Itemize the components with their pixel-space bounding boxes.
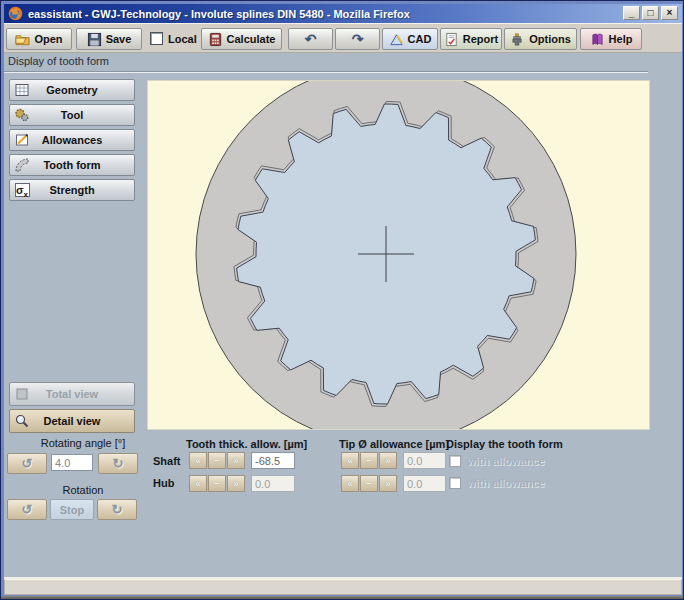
rotate-ccw-icon: ↺ — [22, 457, 33, 470]
sidebar-label-geometry: Geometry — [46, 84, 97, 96]
tt-shaft-increase-button[interactable]: » — [227, 452, 245, 469]
options-label: Options — [529, 33, 571, 45]
undo-icon: ↶ — [305, 32, 317, 46]
rotate-ccw-step-button[interactable]: ↺ — [7, 453, 47, 474]
save-button[interactable]: Save — [76, 28, 142, 50]
main-panel: Display of tooth form Geometry Tool — [4, 53, 682, 577]
gear-sector-icon — [14, 157, 30, 173]
rotating-angle-label: Rotating angle [°] — [7, 437, 159, 449]
rotating-angle-input[interactable] — [51, 454, 93, 471]
with-allowance-checkbox-shaft[interactable]: with allowance — [449, 455, 545, 467]
sigma-icon: σx — [14, 182, 30, 198]
rotate-cw-run-icon: ↻ — [112, 503, 123, 516]
options-button[interactable]: Options — [504, 28, 577, 50]
close-button[interactable]: × — [661, 6, 678, 20]
tip-allowance-header: Tip Ø allowance [µm] — [339, 438, 449, 450]
firefox-icon — [8, 6, 23, 21]
save-label: Save — [106, 33, 132, 45]
tooth-form-canvas[interactable] — [147, 80, 650, 430]
rotate-cw-run-button[interactable]: ↻ — [97, 499, 137, 520]
gears-icon — [14, 107, 30, 123]
tip-shaft-reset-button[interactable]: − — [360, 452, 378, 469]
help-button[interactable]: Help — [580, 28, 642, 50]
tt-shaft-reset-button[interactable]: − — [208, 452, 226, 469]
tip-hub-reset-button[interactable]: − — [360, 475, 378, 492]
calculate-button[interactable]: Calculate — [201, 28, 282, 50]
open-folder-icon — [15, 32, 30, 47]
window-title: eassistant - GWJ-Technology - Involute s… — [28, 8, 410, 20]
rotation-label: Rotation — [7, 484, 159, 496]
magnifier-icon — [14, 413, 30, 429]
tip-hub-decrease-button[interactable]: « — [341, 475, 359, 492]
sidebar-label-tooth-form: Tooth form — [43, 159, 100, 171]
tt-hub-decrease-button[interactable]: « — [189, 475, 207, 492]
page-title: Display of tooth form — [8, 55, 109, 67]
hub-row-label: Hub — [153, 477, 174, 489]
redo-icon: ↷ — [352, 32, 364, 46]
sidebar-item-tool[interactable]: Tool — [9, 104, 135, 126]
grid-icon — [14, 82, 30, 98]
tt-hub-increase-button[interactable]: » — [227, 475, 245, 492]
with-allowance-box-hub[interactable] — [449, 477, 461, 489]
with-allowance-label-shaft: with allowance — [467, 455, 545, 467]
open-button[interactable]: Open — [6, 28, 72, 50]
calculate-label: Calculate — [227, 33, 276, 45]
tooth-form-drawing — [148, 81, 649, 429]
tip-hub-value-input — [403, 475, 446, 492]
sidebar-label-tool: Tool — [61, 109, 83, 121]
status-bar — [4, 579, 682, 595]
sidebar-item-tooth-form[interactable]: Tooth form — [9, 154, 135, 176]
detail-view-button[interactable]: Detail view — [9, 409, 135, 433]
total-view-button[interactable]: Total view — [9, 382, 135, 406]
report-label: Report — [463, 33, 498, 45]
total-view-label: Total view — [46, 388, 98, 400]
help-label: Help — [609, 33, 633, 45]
tip-shaft-increase-button[interactable]: » — [379, 452, 397, 469]
app-window: eassistant - GWJ-Technology - Involute s… — [0, 0, 684, 600]
local-checkbox-box[interactable] — [150, 32, 163, 45]
save-floppy-icon — [87, 32, 102, 47]
rotate-cw-icon: ↻ — [113, 457, 124, 470]
tt-hub-value-input — [251, 475, 295, 492]
maximize-button[interactable]: □ — [642, 6, 659, 20]
toolbar: Open Save Local Calculate ↶ — [4, 23, 682, 53]
tooth-thickness-header: Tooth thick. allow. [µm] — [186, 438, 307, 450]
cad-setsquare-icon — [389, 32, 404, 47]
options-valve-icon — [510, 32, 525, 47]
tip-hub-increase-button[interactable]: » — [379, 475, 397, 492]
rotate-ccw-run-button[interactable]: ↺ — [7, 499, 47, 520]
minimize-button[interactable]: _ — [623, 6, 640, 20]
tip-shaft-value-input — [403, 452, 446, 469]
display-tooth-form-header: Display the tooth form — [446, 438, 563, 450]
sidebar-item-geometry[interactable]: Geometry — [9, 79, 135, 101]
rotate-ccw-run-icon: ↺ — [22, 503, 33, 516]
local-checkbox[interactable]: Local — [150, 32, 197, 45]
redo-button[interactable]: ↷ — [335, 28, 380, 50]
shaft-row-label: Shaft — [153, 455, 181, 467]
open-label: Open — [34, 33, 62, 45]
sidebar-label-strength: Strength — [49, 184, 94, 196]
undo-button[interactable]: ↶ — [288, 28, 333, 50]
tt-shaft-decrease-button[interactable]: « — [189, 452, 207, 469]
cad-button[interactable]: CAD — [382, 28, 438, 50]
sidebar-item-strength[interactable]: σx Strength — [9, 179, 135, 201]
sidebar-item-allowances[interactable]: Allowances — [9, 129, 135, 151]
header-divider — [4, 71, 648, 73]
rotate-cw-step-button[interactable]: ↻ — [98, 453, 138, 474]
tip-shaft-decrease-button[interactable]: « — [341, 452, 359, 469]
with-allowance-checkbox-hub[interactable]: with allowance — [449, 477, 545, 489]
tt-hub-reset-button[interactable]: − — [208, 475, 226, 492]
stop-button[interactable]: Stop — [50, 499, 94, 520]
with-allowance-box-shaft[interactable] — [449, 455, 461, 467]
tt-shaft-value-input[interactable] — [251, 452, 295, 469]
title-bar: eassistant - GWJ-Technology - Involute s… — [4, 4, 682, 23]
help-book-icon — [590, 32, 605, 47]
local-label: Local — [168, 33, 197, 45]
pencil-pad-icon — [14, 132, 30, 148]
cad-label: CAD — [408, 33, 432, 45]
report-button[interactable]: Report — [440, 28, 502, 50]
window-bottom-edge — [1, 596, 684, 600]
with-allowance-label-hub: with allowance — [467, 477, 545, 489]
square-icon — [14, 386, 30, 402]
detail-view-label: Detail view — [44, 415, 101, 427]
